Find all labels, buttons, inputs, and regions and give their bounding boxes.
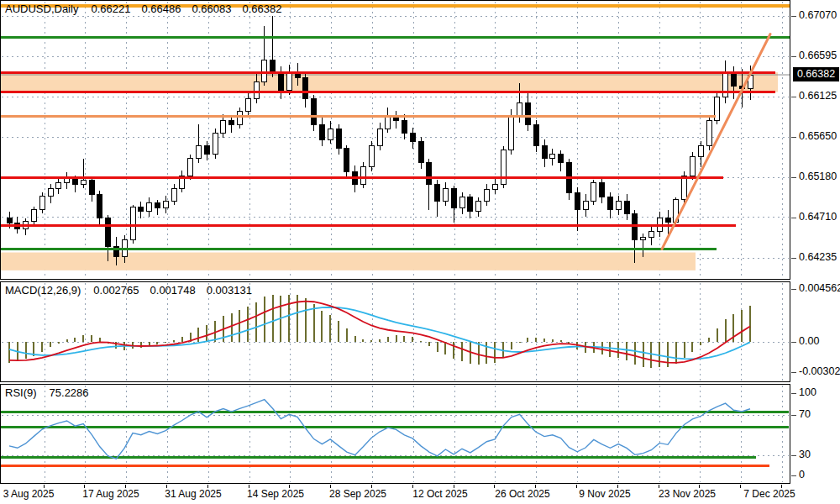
rsi-grid-layer: [2, 386, 789, 482]
rsi-label: RSI(9): [5, 386, 37, 399]
bar-high-value: 0.66486: [141, 3, 181, 15]
rsi-axis-label: 30: [799, 449, 811, 460]
macd-axis-zero-label: 0.00: [799, 335, 819, 347]
bar-open-value: 0.66221: [91, 3, 130, 15]
macd-panel: MACD(12,26,9)0.0027650.0017480.003131: [0, 281, 790, 382]
macd-value-2: 0.001748: [150, 284, 196, 297]
macd-main-line: [9, 302, 750, 363]
date-label: 28 Sep 2025: [317, 488, 399, 500]
rsi-axis-label: 100: [799, 386, 816, 398]
date-label: 7 Dec 2025: [728, 488, 811, 500]
price-axis-label: 0.65180: [799, 171, 837, 182]
candles-layer: [7, 16, 753, 265]
date-label: 26 Oct 2025: [481, 488, 564, 500]
macd-plot[interactable]: [1, 282, 790, 381]
supply-zone-band: [1, 72, 778, 92]
macd-axis-max-label: 0.004562: [799, 282, 840, 294]
main-chart-panel: AUDUSD,Daily0.662210.664860.660830.66382: [0, 0, 790, 280]
macd-header: MACD(12,26,9)0.0027650.0017480.003131: [5, 284, 263, 297]
sr-lines-layer: [1, 6, 790, 249]
rsi-plot[interactable]: [1, 385, 790, 483]
price-axis-label: 0.64710: [799, 211, 837, 223]
ascending-trendline: [662, 34, 770, 249]
date-label: 31 Aug 2025: [152, 488, 234, 500]
date-label: 14 Sep 2025: [234, 488, 317, 500]
macd-value-3: 0.003131: [207, 284, 252, 297]
price-axis[interactable]: 0.67070 0.66595 0.66125 0.65650 0.65180 …: [790, 0, 840, 485]
macd-label: MACD(12,26,9): [5, 284, 81, 297]
main-grid-layer: [2, 2, 789, 278]
date-label: 17 Aug 2025: [70, 488, 152, 500]
rsi-levels-layer: [1, 412, 789, 465]
bar-low-value: 0.66083: [192, 3, 231, 15]
rsi-axis-label: 70: [799, 408, 811, 420]
current-price-tag: 0.66382: [793, 67, 839, 81]
macd-signal-line: [9, 307, 750, 360]
chart-header: AUDUSD,Daily0.662210.664860.660830.66382: [5, 3, 292, 15]
symbol-period-label: AUDUSD,Daily: [5, 3, 78, 15]
macd-grid-layer: [2, 283, 789, 381]
date-label: 9 Nov 2025: [564, 488, 646, 500]
demand-zone-band: [1, 253, 696, 270]
rsi-axis-label: 0: [799, 469, 805, 480]
macd-value-1: 0.002765: [93, 284, 139, 297]
rsi-line: [9, 400, 750, 459]
rsi-value: 75.2286: [50, 386, 89, 399]
price-axis-label: 0.65650: [799, 130, 837, 142]
bar-close-value: 0.66382: [242, 3, 281, 15]
date-label: 3 Aug 2025: [0, 488, 70, 500]
rsi-header: RSI(9)75.2286: [5, 386, 100, 399]
chart-window: AUDUSD,Daily0.662210.664860.660830.66382…: [0, 0, 840, 504]
price-axis-label: 0.66125: [799, 90, 837, 102]
price-axis-label: 0.64235: [799, 251, 837, 263]
main-chart-plot[interactable]: [1, 1, 790, 279]
price-axis-label: 0.67070: [799, 9, 837, 21]
time-axis[interactable]: 3 Aug 2025 17 Aug 2025 31 Aug 2025 14 Se…: [0, 485, 840, 504]
price-axis-label: 0.66595: [799, 50, 837, 61]
macd-axis-min-label: -0.003026: [799, 365, 840, 377]
date-label: 23 Nov 2025: [646, 488, 728, 500]
rsi-panel: RSI(9)75.2286: [0, 384, 790, 484]
sr-zone-bands: [1, 72, 778, 270]
date-label: 12 Oct 2025: [399, 488, 481, 500]
